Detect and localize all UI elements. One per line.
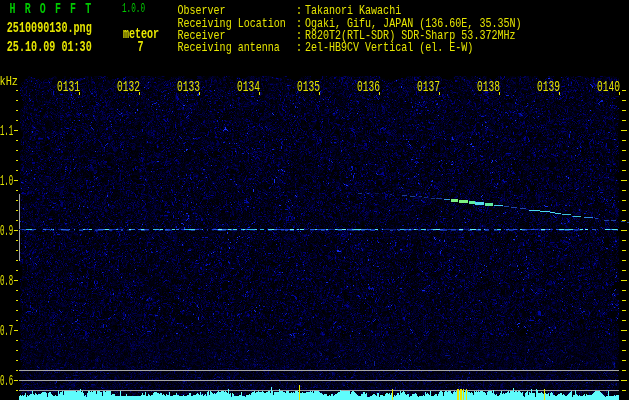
svg-text:0139: 0139 — [537, 79, 560, 95]
svg-text:1.0.0: 1.0.0 — [122, 2, 145, 15]
svg-text:25.10.09 01:30: 25.10.09 01:30 — [7, 38, 92, 56]
svg-text:0133: 0133 — [177, 79, 200, 95]
svg-text:1.0: 1.0 — [0, 173, 13, 188]
svg-text:0140: 0140 — [597, 79, 620, 95]
svg-text:7: 7 — [138, 38, 144, 56]
svg-text::: : — [296, 40, 302, 54]
svg-text:1.1: 1.1 — [0, 123, 13, 138]
svg-text:0134: 0134 — [237, 79, 260, 95]
svg-text:0.6: 0.6 — [0, 373, 13, 388]
svg-text:0.9: 0.9 — [0, 223, 13, 238]
svg-text:2el-HB9CV Vertical (el. E-W): 2el-HB9CV Vertical (el. E-W) — [305, 40, 473, 54]
svg-text:0138: 0138 — [477, 79, 500, 95]
svg-text:0132: 0132 — [117, 79, 140, 95]
svg-text:Receiving antenna: Receiving antenna — [178, 40, 280, 54]
svg-text:0.7: 0.7 — [0, 323, 13, 338]
svg-text:2510090130.png: 2510090130.png — [7, 19, 92, 37]
svg-text:0.8: 0.8 — [0, 273, 13, 288]
svg-text:0131: 0131 — [57, 79, 80, 95]
svg-text:HROFFT: HROFFT — [10, 1, 101, 17]
svg-text:kHz: kHz — [0, 74, 18, 88]
svg-text:0136: 0136 — [357, 79, 380, 95]
svg-text:0137: 0137 — [417, 79, 440, 95]
svg-text:0135: 0135 — [297, 79, 320, 95]
